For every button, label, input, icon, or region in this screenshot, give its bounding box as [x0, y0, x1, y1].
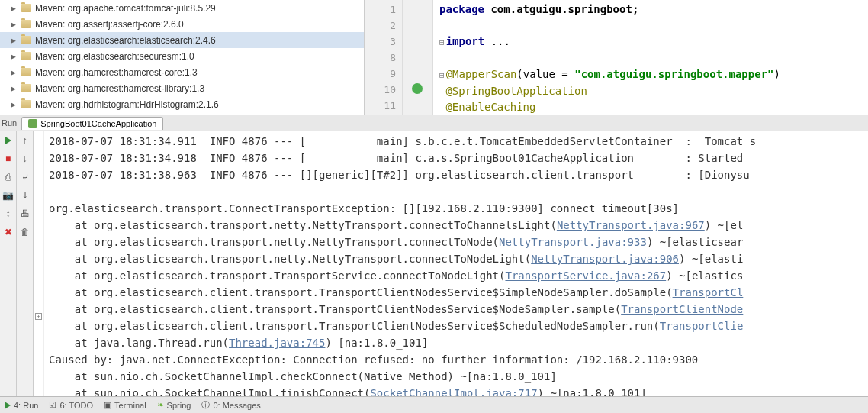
line-number-gutter: 1 2 3 8 9 10 11	[365, 0, 403, 115]
stack-link[interactable]: TransportService.java:267	[505, 269, 666, 282]
library-folder-icon	[20, 98, 32, 111]
expand-arrow-icon[interactable]: ▶	[9, 101, 17, 108]
bottom-tab-todo[interactable]: ☑6: TODO	[49, 400, 93, 410]
run-config-tab[interactable]: SpringBoot01CacheApplication	[21, 117, 163, 130]
scroll-end-button[interactable]: ⤓	[19, 189, 31, 202]
run-toolbar-right: ↑ ↓ ⤶ ⤓ 🖶 🗑	[17, 131, 34, 396]
tree-item[interactable]: ▶ Maven: org.apache.tomcat:tomcat-juli:8…	[0, 0, 364, 16]
dump-button[interactable]: 📷	[2, 189, 14, 202]
library-folder-icon	[20, 18, 32, 31]
bottom-tool-bar: 4: Run ☑6: TODO ▣Terminal ❧Spring ⓘ0: Me…	[0, 396, 868, 413]
terminal-icon: ▣	[104, 400, 111, 410]
rerun-button[interactable]	[2, 134, 14, 147]
library-folder-icon	[20, 66, 32, 79]
expand-arrow-icon[interactable]: ▶	[9, 53, 17, 60]
fold-plus-icon[interactable]: +	[35, 313, 42, 320]
stack-link[interactable]: NettyTransport.java:906	[531, 253, 679, 265]
stack-link[interactable]: SocketChannelImpl.java:717	[370, 387, 537, 396]
tree-item[interactable]: ▶ Maven: org.assertj:assertj-core:2.6.0	[0, 16, 364, 32]
gutter-icon-area	[403, 0, 433, 115]
bottom-tab-run[interactable]: 4: Run	[5, 401, 38, 410]
tree-item-label: Maven: org.elasticsearch:elasticsearch:2…	[35, 35, 216, 46]
tree-item-label: Maven: org.elasticsearch:securesm:1.0	[35, 51, 194, 62]
expand-arrow-icon[interactable]: ▶	[9, 37, 17, 44]
tree-item-label: Maven: org.hdrhistogram:HdrHistogram:2.1…	[35, 99, 219, 110]
bottom-tab-terminal[interactable]: ▣Terminal	[104, 400, 146, 410]
console-output[interactable]: 2018-07-07 18:31:34.911 INFO 4876 --- [ …	[44, 131, 868, 396]
run-toolbar-left: ■ ⎙ 📷 ↕ ✖	[0, 131, 17, 396]
tree-item[interactable]: ▶ Maven: org.elasticsearch:securesm:1.0	[0, 48, 364, 64]
expand-arrow-icon[interactable]: ▶	[9, 69, 17, 76]
tree-item[interactable]: ▶ Maven: org.hibernate:hibernate-validat…	[0, 112, 364, 115]
console-fold-gutter: +	[34, 131, 44, 396]
spring-icon: ❧	[157, 400, 164, 410]
run-label: Run	[2, 118, 17, 127]
bottom-tab-messages[interactable]: ⓘ0: Messages	[201, 399, 260, 411]
print-button[interactable]: 🖶	[19, 208, 31, 220]
code-editor[interactable]: 1 2 3 8 9 10 11 package com.atguigu.spri…	[365, 0, 868, 115]
code-content[interactable]: package com.atguigu.springboot; ⊞import …	[433, 0, 868, 115]
expand-arrow-icon[interactable]: ▶	[9, 21, 17, 28]
up-stack-button[interactable]: ↑	[19, 134, 31, 147]
tree-item-label: Maven: org.apache.tomcat:tomcat-juli:8.5…	[35, 3, 216, 14]
stack-link[interactable]: TransportClie	[660, 320, 744, 332]
library-folder-icon	[20, 115, 32, 115]
pin-button[interactable]: ⎙	[2, 171, 14, 183]
stack-link[interactable]: TransportClientNode	[621, 303, 743, 315]
run-config-name: SpringBoot01CacheApplication	[40, 119, 156, 128]
stack-link[interactable]: TransportCl	[673, 286, 744, 298]
messages-icon: ⓘ	[201, 399, 210, 411]
expand-arrow-icon[interactable]: ▶	[9, 5, 17, 12]
tree-item-label: Maven: org.assertj:assertj-core:2.6.0	[35, 19, 184, 30]
tree-item[interactable]: ▶ Maven: org.elasticsearch:elasticsearch…	[0, 32, 364, 48]
close-button[interactable]: ✖	[2, 226, 14, 238]
library-folder-icon	[20, 2, 32, 15]
spring-boot-icon	[28, 119, 37, 128]
tree-item[interactable]: ▶ Maven: org.hamcrest:hamcrest-library:1…	[0, 80, 364, 96]
run-gutter-icon[interactable]	[412, 83, 423, 94]
stop-button[interactable]: ■	[2, 153, 14, 165]
expand-arrow-icon[interactable]: ▶	[9, 85, 17, 92]
library-folder-icon	[20, 34, 32, 47]
tree-item-label: Maven: org.hamcrest:hamcrest-library:1.3	[35, 83, 204, 94]
stack-link[interactable]: NettyTransport.java:967	[557, 219, 705, 231]
todo-icon: ☑	[49, 400, 56, 410]
project-tree[interactable]: ▶ Maven: org.apache.tomcat:tomcat-juli:8…	[0, 0, 365, 115]
library-folder-icon	[20, 82, 32, 95]
tree-item[interactable]: ▶ Maven: org.hdrhistogram:HdrHistogram:2…	[0, 96, 364, 112]
tree-item-label: Maven: org.hamcrest:hamcrest-core:1.3	[35, 67, 198, 78]
run-tab-bar: Run SpringBoot01CacheApplication	[0, 115, 868, 131]
soft-wrap-button[interactable]: ⤶	[19, 171, 31, 183]
tree-item[interactable]: ▶ Maven: org.hamcrest:hamcrest-core:1.3	[0, 64, 364, 80]
down-stack-button[interactable]: ↓	[19, 153, 31, 165]
stack-link[interactable]: NettyTransport.java:933	[499, 236, 647, 248]
stack-link[interactable]: Thread.java:745	[229, 337, 325, 349]
run-icon	[5, 402, 11, 409]
layout-button[interactable]: ↕	[2, 208, 14, 220]
clear-button[interactable]: 🗑	[19, 226, 31, 238]
bottom-tab-spring[interactable]: ❧Spring	[157, 400, 191, 410]
library-folder-icon	[20, 50, 32, 63]
